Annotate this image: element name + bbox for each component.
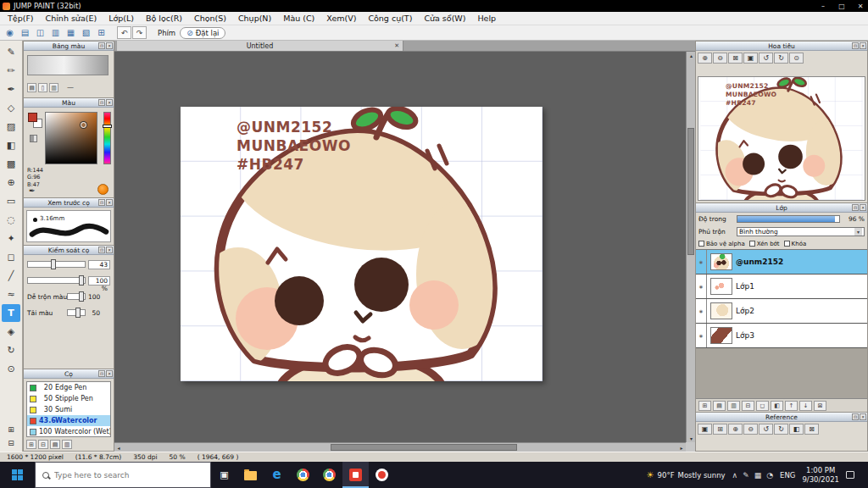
- menu-item-1[interactable]: Chỉnh sửa(E): [40, 12, 103, 25]
- open-file-button[interactable]: ▤: [18, 26, 32, 40]
- pencil-tool[interactable]: ✏: [2, 62, 20, 80]
- brush-list-item[interactable]: 100Watercolor (Wet): [27, 426, 110, 437]
- panel-close-button[interactable]: ✕: [106, 370, 113, 377]
- close-button[interactable]: ✕: [853, 0, 868, 12]
- undo-button[interactable]: ↶: [117, 26, 131, 39]
- eraser-tool[interactable]: ◇: [2, 99, 20, 117]
- clear-layer-button[interactable]: ◻: [756, 401, 769, 411]
- delete-layer-button[interactable]: ⊠: [814, 401, 826, 411]
- panel-maximize-button[interactable]: ⊡: [98, 199, 105, 206]
- new-folder-button[interactable]: ▤: [713, 401, 726, 411]
- keyboard-tray-icon[interactable]: ▦: [754, 471, 762, 480]
- blend-mode-select[interactable]: Bình thường ▾: [737, 227, 865, 236]
- hand-tool[interactable]: ◈: [2, 323, 20, 341]
- pen-settings-tray-icon[interactable]: ✎: [743, 471, 749, 480]
- ref-clear-button[interactable]: ⊠: [804, 424, 819, 435]
- layer-checkbox-1[interactable]: Xén bớt: [749, 241, 780, 247]
- color-mix-slider[interactable]: [67, 293, 86, 300]
- menu-item-10[interactable]: Help: [471, 12, 502, 25]
- panel-maximize-button[interactable]: ⊡: [852, 413, 859, 420]
- duplicate-brush-button[interactable]: ▤: [50, 440, 60, 449]
- swatch-mode-icon[interactable]: [30, 135, 37, 142]
- export-button[interactable]: ▥: [48, 26, 63, 40]
- minimize-button[interactable]: –: [815, 0, 831, 12]
- color-wheel-toggle-button[interactable]: [97, 184, 108, 195]
- notification-center-icon[interactable]: [846, 471, 854, 479]
- redo-button[interactable]: ↷: [132, 26, 147, 39]
- text-tool[interactable]: T: [2, 304, 20, 322]
- ref-flip-button[interactable]: ◧: [789, 424, 804, 435]
- search-input[interactable]: [54, 471, 190, 480]
- menu-item-9[interactable]: Cửa sổ(W): [418, 12, 471, 25]
- copy-button[interactable]: ▦: [64, 26, 78, 40]
- brush-settings-button[interactable]: ▥: [62, 440, 72, 449]
- gradient-tool[interactable]: ▩: [2, 155, 20, 173]
- brush-size-slider[interactable]: [27, 261, 86, 268]
- add-brush-button[interactable]: ⊞: [26, 440, 36, 449]
- paste-button[interactable]: ▧: [79, 26, 93, 40]
- move-layer-down-button[interactable]: ↓: [799, 401, 812, 411]
- ref-open-button[interactable]: ▣: [698, 424, 712, 435]
- menu-item-3[interactable]: Bộ lọc(R): [140, 12, 188, 25]
- panel-maximize-button[interactable]: ⊡: [98, 247, 105, 253]
- menu-item-4[interactable]: Chọn(S): [188, 12, 232, 25]
- nav-rotate-right-button[interactable]: ↻: [774, 53, 788, 64]
- brush-list-item[interactable]: 50Stipple Pen: [27, 393, 110, 404]
- zoom-tool[interactable]: ⊙: [2, 360, 20, 378]
- panel-close-button[interactable]: ✕: [106, 42, 113, 49]
- start-button[interactable]: [0, 462, 35, 488]
- layer-visibility-toggle[interactable]: ◉: [696, 274, 707, 298]
- nav-fit-button[interactable]: ⊠: [728, 53, 743, 64]
- panel-maximize-button[interactable]: ⊡: [98, 99, 105, 106]
- palette-menu-button[interactable]: ▥: [49, 83, 58, 92]
- panel-close-button[interactable]: ✕: [106, 99, 113, 106]
- taskbar-clock[interactable]: 1:00 PM 9/30/2021: [802, 466, 839, 484]
- nav-zoom-out-button[interactable]: ⊖: [713, 53, 727, 64]
- ref-zoom-in-button[interactable]: ⊕: [728, 424, 743, 435]
- move-tool[interactable]: ⊕: [2, 174, 20, 191]
- lasso-tool[interactable]: ◌: [2, 211, 20, 229]
- airbrush-tool[interactable]: ▨: [2, 118, 20, 136]
- drawing-canvas[interactable]: @UNM2152 MUNBAEOWO #HB247: [181, 107, 542, 381]
- language-indicator[interactable]: ENG: [780, 471, 795, 480]
- weather-widget[interactable]: ☀ 90°F Mostly sunny: [647, 470, 726, 480]
- chrome-browser-app[interactable]: [290, 462, 316, 488]
- network-tray-icon[interactable]: ◔: [766, 471, 773, 480]
- brush-opacity-slider[interactable]: [27, 277, 86, 284]
- taskbar-search[interactable]: [35, 462, 211, 488]
- layer-mask-button[interactable]: ◧: [771, 401, 783, 411]
- panel-close-button[interactable]: ✕: [860, 42, 866, 49]
- panel-maximize-button[interactable]: ⊡: [852, 42, 859, 49]
- eyedropper-icon[interactable]: ✒: [29, 186, 36, 195]
- horizontal-scrollbar[interactable]: ◂ ▸: [114, 442, 686, 452]
- chrome-browser-app-2[interactable]: [316, 462, 342, 488]
- shape-tool[interactable]: ◻: [2, 248, 20, 266]
- panel-maximize-button[interactable]: ⊡: [852, 204, 859, 211]
- magic-wand-tool[interactable]: ✦: [2, 230, 20, 247]
- menu-item-7[interactable]: Xem(V): [320, 12, 362, 25]
- menu-item-8[interactable]: Công cụ(T): [362, 12, 418, 25]
- layer-row[interactable]: ◉Lớp1: [696, 274, 867, 299]
- panel-close-button[interactable]: ✕: [860, 204, 866, 211]
- document-tab-close-icon[interactable]: ✕: [394, 42, 399, 49]
- slider-thumb[interactable]: [75, 308, 81, 318]
- maximize-button[interactable]: □: [834, 0, 849, 12]
- panel-dock-right-button[interactable]: ⊟: [2, 436, 20, 449]
- new-layer-button[interactable]: ⊞: [698, 401, 711, 411]
- rotate-view-tool[interactable]: ↻: [2, 341, 20, 359]
- scroll-left-arrow[interactable]: ◂: [115, 445, 122, 451]
- reset-button[interactable]: ⊘ Đặt lại: [180, 27, 225, 39]
- menu-item-0[interactable]: Tệp(F): [2, 12, 40, 25]
- nav-rotate-left-button[interactable]: ↺: [759, 53, 773, 64]
- navigator-preview[interactable]: @UNM2152 MUNBAEOWO #HB247: [698, 76, 865, 201]
- layer-row[interactable]: ◉Lớp3: [696, 324, 867, 348]
- medibang-paint-app[interactable]: [369, 462, 395, 488]
- ref-rotate-left-button[interactable]: ↺: [759, 424, 773, 435]
- jump-paint-app[interactable]: [342, 462, 369, 488]
- panel-close-button[interactable]: ✕: [106, 199, 113, 206]
- saturation-value-picker[interactable]: [45, 112, 97, 164]
- sv-cursor[interactable]: [81, 122, 86, 128]
- slider-thumb[interactable]: [79, 291, 84, 302]
- dip-pen-tool[interactable]: ✒: [2, 80, 20, 98]
- line-tool[interactable]: ╱: [2, 267, 20, 285]
